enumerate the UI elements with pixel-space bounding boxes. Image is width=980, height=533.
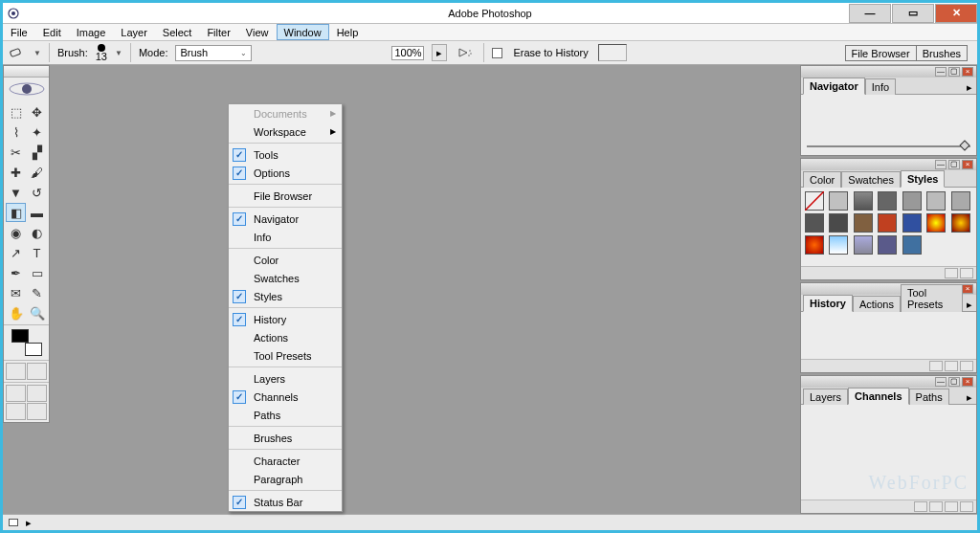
menu-item-channels[interactable]: ✓Channels — [229, 388, 342, 406]
quickmask-mode[interactable] — [27, 363, 47, 380]
panel-close-button[interactable]: × — [962, 160, 973, 169]
tool-eyedropper[interactable]: ✎ — [27, 283, 47, 302]
style-swatch[interactable] — [854, 235, 873, 255]
brush-preset-picker[interactable]: 13 — [96, 44, 107, 61]
menu-layer[interactable]: Layer — [113, 24, 155, 40]
panel-menu-icon[interactable]: ▸ — [963, 299, 976, 311]
panel-close-button[interactable]: × — [962, 67, 973, 77]
tool-hand[interactable]: ✋ — [6, 303, 26, 322]
panel-minimize-button[interactable]: — — [935, 67, 947, 77]
panel-menu-icon[interactable]: ▸ — [963, 81, 976, 94]
airbrush-icon[interactable] — [455, 44, 476, 61]
tool-history-brush[interactable]: ↺ — [27, 183, 47, 202]
tool-lasso[interactable]: ⌇ — [6, 122, 26, 142]
background-color-swatch[interactable] — [25, 343, 42, 356]
menu-item-navigator[interactable]: ✓Navigator — [229, 210, 342, 228]
screen-standard[interactable] — [6, 385, 26, 402]
panel-close-button[interactable]: × — [962, 284, 973, 294]
tool-brush[interactable]: 🖌 — [27, 163, 47, 182]
chevron-down-icon[interactable]: ▼ — [33, 49, 41, 57]
erase-history-checkbox[interactable] — [492, 48, 502, 58]
menu-item-options[interactable]: ✓Options — [229, 164, 342, 182]
style-swatch[interactable] — [951, 213, 970, 233]
jump-imageready[interactable] — [27, 403, 47, 420]
mode-select[interactable]: Brush ⌄ — [175, 45, 252, 61]
menu-item-file-browser[interactable]: File Browser — [229, 187, 342, 205]
menu-item-character[interactable]: Character — [229, 452, 342, 470]
tab-brushes[interactable]: Brushes — [917, 45, 968, 61]
panel-minimize-button[interactable]: — — [935, 160, 947, 169]
opacity-value[interactable]: 100% — [391, 46, 424, 60]
style-swatch[interactable] — [805, 213, 824, 233]
load-selection-button[interactable] — [914, 501, 927, 512]
tool-blur[interactable]: ◉ — [6, 223, 26, 242]
tab-history[interactable]: History — [803, 295, 853, 312]
minimize-button[interactable]: — — [849, 4, 891, 23]
foreground-color-swatch[interactable] — [11, 329, 29, 343]
tab-styles[interactable]: Styles — [901, 170, 945, 188]
style-swatch[interactable] — [829, 191, 848, 211]
tool-type[interactable]: T — [27, 243, 47, 262]
create-document-button[interactable] — [929, 361, 943, 371]
menu-item-workspace[interactable]: Workspace▶ — [229, 122, 342, 141]
menu-item-status-bar[interactable]: ✓Status Bar — [229, 493, 342, 511]
tool-notes[interactable]: ✉ — [6, 283, 26, 302]
tool-zoom[interactable]: 🔍 — [27, 303, 47, 322]
style-swatch[interactable] — [878, 191, 897, 211]
menu-file[interactable]: File — [3, 24, 35, 40]
new-channel-button[interactable] — [945, 501, 958, 512]
tool-move[interactable]: ✥ — [27, 102, 47, 122]
tab-actions[interactable]: Actions — [853, 296, 901, 312]
style-swatch[interactable] — [926, 213, 946, 233]
new-snapshot-button[interactable] — [945, 361, 958, 371]
tool-path[interactable]: ↗ — [6, 243, 26, 262]
panel-close-button[interactable]: × — [962, 377, 973, 387]
style-swatch[interactable] — [902, 191, 922, 211]
tab-channels[interactable]: Channels — [848, 388, 909, 405]
style-swatch[interactable] — [902, 213, 922, 233]
save-selection-button[interactable] — [929, 501, 943, 512]
tab-swatches[interactable]: Swatches — [841, 171, 901, 188]
style-swatch[interactable] — [878, 213, 897, 233]
toolbox-header[interactable] — [4, 66, 49, 78]
zoom-slider-thumb[interactable] — [959, 140, 969, 150]
tab-navigator[interactable]: Navigator — [803, 78, 865, 95]
panel-maximize-button[interactable]: ▢ — [948, 67, 960, 77]
menu-item-layers[interactable]: Layers — [229, 369, 342, 388]
menu-item-tools[interactable]: ✓Tools — [229, 145, 342, 164]
tab-info[interactable]: Info — [865, 78, 896, 95]
menu-window[interactable]: Window — [277, 24, 329, 40]
menu-item-paragraph[interactable]: Paragraph — [229, 470, 342, 488]
delete-style-button[interactable] — [960, 268, 973, 278]
tool-shape[interactable]: ▭ — [27, 263, 47, 282]
delete-channel-button[interactable] — [960, 501, 973, 512]
menu-view[interactable]: View — [238, 24, 277, 40]
style-swatch[interactable] — [878, 235, 897, 255]
panel-maximize-button[interactable]: ▢ — [948, 160, 960, 169]
color-picker[interactable] — [11, 329, 42, 356]
tab-color[interactable]: Color — [803, 171, 841, 188]
tool-gradient[interactable]: ▬ — [27, 203, 47, 222]
tool-heal[interactable]: ✚ — [6, 163, 26, 182]
maximize-button[interactable]: ▭ — [892, 4, 934, 23]
style-none[interactable] — [805, 191, 824, 211]
chevron-down-icon[interactable]: ▼ — [115, 49, 122, 57]
menu-help[interactable]: Help — [329, 24, 367, 40]
tab-file-browser[interactable]: File Browser — [845, 45, 917, 61]
panel-maximize-button[interactable]: ▢ — [948, 377, 960, 387]
style-swatch[interactable] — [805, 235, 824, 255]
menu-item-styles[interactable]: ✓Styles — [229, 287, 342, 305]
status-arrow-icon[interactable]: ▸ — [26, 517, 32, 529]
style-swatch[interactable] — [829, 235, 848, 255]
tool-eraser[interactable]: ◧ — [6, 203, 26, 222]
screen-full-menus[interactable] — [27, 385, 47, 402]
new-style-button[interactable] — [945, 268, 958, 278]
panel-menu-icon[interactable]: ▸ — [963, 391, 976, 404]
menu-item-brushes[interactable]: Brushes — [229, 429, 342, 447]
style-swatch[interactable] — [829, 213, 848, 233]
menu-item-actions[interactable]: Actions — [229, 328, 342, 346]
style-swatch[interactable] — [902, 235, 922, 255]
menu-item-swatches[interactable]: Swatches — [229, 269, 342, 287]
style-swatch[interactable] — [854, 213, 873, 233]
tab-layers[interactable]: Layers — [803, 389, 848, 405]
